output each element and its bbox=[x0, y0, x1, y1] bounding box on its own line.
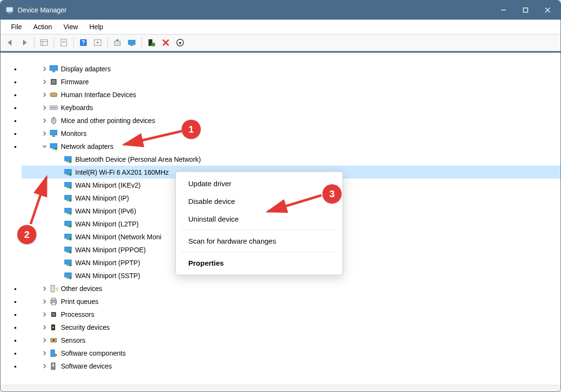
content-area: Display adaptersFirmwareHuman Interface … bbox=[0, 51, 561, 385]
svg-point-54 bbox=[69, 199, 72, 202]
context-menu: Update driver Disable device Uninstall d… bbox=[175, 171, 343, 275]
ctx-disable-device[interactable]: Disable device bbox=[176, 192, 343, 210]
ctx-update-driver[interactable]: Update driver bbox=[176, 175, 343, 192]
tree-device-label: WAN Miniport (PPPOE) bbox=[75, 246, 146, 254]
tree-category[interactable]: Display adapters bbox=[22, 62, 561, 75]
svg-rect-65 bbox=[67, 252, 69, 253]
tree-category[interactable]: Software devices bbox=[22, 359, 561, 372]
svg-marker-17 bbox=[97, 42, 99, 44]
tree-category[interactable]: Human Interface Devices bbox=[22, 88, 561, 101]
security-icon bbox=[49, 323, 58, 332]
chevron-right-icon[interactable] bbox=[41, 117, 48, 124]
menu-help[interactable]: Help bbox=[84, 21, 109, 33]
svg-point-51 bbox=[69, 186, 72, 189]
tree-category[interactable]: Sensors bbox=[22, 334, 561, 347]
annotation-badge-2: 2 bbox=[17, 225, 36, 244]
svg-rect-31 bbox=[52, 80, 56, 84]
forward-button[interactable] bbox=[18, 36, 31, 49]
close-button[interactable] bbox=[537, 0, 559, 20]
update-driver-button[interactable] bbox=[111, 36, 124, 49]
chevron-right-icon[interactable] bbox=[41, 91, 48, 99]
tree-device-label: Intel(R) Wi-Fi 6 AX201 160MHz bbox=[75, 168, 169, 176]
tree-category[interactable]: Keyboards bbox=[22, 101, 561, 114]
svg-rect-49 bbox=[65, 182, 71, 187]
network-adapter-icon bbox=[64, 271, 72, 280]
tree-category[interactable]: ?Other devices bbox=[22, 282, 561, 295]
chevron-right-icon[interactable] bbox=[41, 349, 48, 357]
chevron-right-icon[interactable] bbox=[41, 298, 48, 305]
tree-category[interactable]: Print queues bbox=[22, 295, 561, 308]
tree-category[interactable]: Firmware bbox=[22, 75, 561, 88]
menu-file[interactable]: File bbox=[5, 21, 28, 33]
softdev-icon bbox=[49, 362, 58, 370]
network-adapter-icon bbox=[64, 220, 72, 228]
annotation-badge-3: 3 bbox=[322, 184, 342, 203]
svg-rect-62 bbox=[67, 239, 69, 240]
svg-rect-21 bbox=[130, 45, 133, 46]
show-hide-tree-button[interactable] bbox=[37, 36, 51, 49]
chevron-down-icon[interactable] bbox=[41, 143, 48, 150]
menu-view[interactable]: View bbox=[57, 21, 83, 33]
ctx-uninstall-device[interactable]: Uninstall device bbox=[176, 210, 343, 228]
tree-category[interactable]: Network adapters bbox=[22, 140, 561, 153]
tree-category-label: Monitors bbox=[61, 130, 87, 137]
chevron-right-icon[interactable] bbox=[41, 336, 48, 344]
chevron-right-icon[interactable] bbox=[41, 324, 48, 331]
tree-category[interactable]: Monitors bbox=[22, 127, 561, 140]
tree-category-label: Keyboards bbox=[61, 104, 93, 112]
chevron-right-icon[interactable] bbox=[41, 65, 48, 73]
chevron-right-icon[interactable] bbox=[41, 285, 48, 292]
svg-rect-61 bbox=[65, 234, 71, 238]
hid-icon bbox=[49, 90, 58, 99]
svg-rect-87 bbox=[52, 364, 54, 367]
chevron-right-icon[interactable] bbox=[41, 130, 48, 137]
maximize-button[interactable] bbox=[515, 0, 537, 20]
back-button[interactable] bbox=[3, 36, 17, 49]
svg-rect-33 bbox=[50, 106, 57, 110]
chevron-right-icon[interactable] bbox=[41, 78, 48, 86]
tree-category[interactable]: Security devices bbox=[22, 321, 561, 334]
chevron-right-icon[interactable] bbox=[41, 104, 48, 112]
svg-marker-6 bbox=[8, 40, 11, 45]
properties-button[interactable] bbox=[57, 36, 70, 49]
ctx-scan-hardware[interactable]: Scan for hardware changes bbox=[176, 232, 343, 250]
tree-category[interactable]: Mice and other pointing devices bbox=[22, 114, 561, 127]
network-adapter-icon bbox=[64, 181, 72, 190]
monitor-icon bbox=[49, 129, 58, 138]
software-icon bbox=[49, 349, 58, 358]
svg-rect-20 bbox=[128, 40, 135, 45]
scan-changes-button[interactable] bbox=[173, 36, 187, 49]
ctx-properties[interactable]: Properties bbox=[176, 254, 343, 272]
tree-device[interactable]: Bluetooth Device (Personal Area Network) bbox=[22, 153, 561, 166]
tree-category-label: Security devices bbox=[61, 324, 110, 331]
svg-point-60 bbox=[69, 225, 72, 227]
sensor-icon bbox=[49, 336, 58, 345]
svg-rect-76 bbox=[52, 298, 56, 300]
tree-category[interactable]: Processors bbox=[22, 308, 561, 321]
menu-action[interactable]: Action bbox=[28, 21, 58, 33]
svg-rect-53 bbox=[67, 200, 69, 201]
svg-point-23 bbox=[151, 43, 155, 46]
other-icon: ? bbox=[49, 284, 58, 293]
ctx-separator bbox=[182, 230, 337, 230]
chevron-right-icon[interactable] bbox=[41, 311, 48, 318]
svg-rect-39 bbox=[52, 135, 55, 137]
help-button[interactable]: ? bbox=[77, 36, 90, 49]
tree-category[interactable]: Software components bbox=[22, 347, 561, 359]
svg-rect-67 bbox=[65, 260, 71, 264]
action-pane-button[interactable] bbox=[91, 36, 104, 49]
enable-device-button[interactable] bbox=[145, 36, 158, 49]
chevron-right-icon[interactable] bbox=[41, 362, 48, 370]
tree-category-label: Display adapters bbox=[61, 65, 111, 73]
svg-rect-71 bbox=[67, 278, 69, 279]
tree-category-label: Software components bbox=[61, 349, 126, 357]
minimize-button[interactable] bbox=[492, 0, 515, 20]
tree-device-label: WAN Miniport (IPv6) bbox=[75, 207, 136, 215]
network-icon bbox=[49, 142, 58, 151]
scan-hardware-button[interactable] bbox=[125, 36, 138, 49]
svg-rect-79 bbox=[52, 313, 55, 316]
uninstall-device-button[interactable] bbox=[159, 36, 172, 49]
svg-rect-56 bbox=[67, 213, 69, 214]
svg-rect-44 bbox=[67, 161, 69, 162]
svg-rect-38 bbox=[50, 130, 57, 135]
